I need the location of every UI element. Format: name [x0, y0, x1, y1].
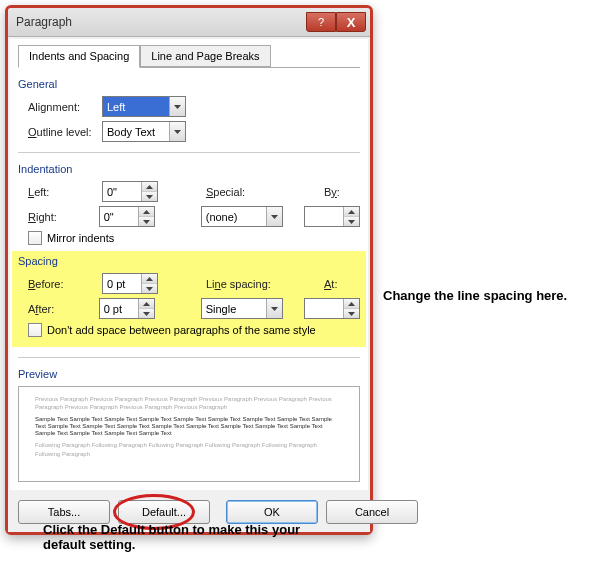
section-indentation: Indentation — [18, 163, 360, 175]
line-spacing-combo[interactable]: Single — [201, 298, 283, 319]
spin-down-icon[interactable] — [344, 217, 359, 226]
spin-up-icon[interactable] — [142, 274, 157, 284]
after-spinner[interactable]: 0 pt — [99, 298, 155, 319]
tab-indents-spacing[interactable]: Indents and Spacing — [18, 45, 140, 68]
spin-up-icon[interactable] — [142, 182, 157, 192]
chevron-down-icon[interactable] — [266, 207, 282, 226]
cancel-button[interactable]: Cancel — [326, 500, 418, 524]
titlebar: Paragraph ? X — [8, 8, 370, 37]
left-spinner[interactable]: 0" — [102, 181, 158, 202]
default-button[interactable]: Default... — [118, 500, 210, 524]
chevron-down-icon[interactable] — [169, 122, 185, 141]
chevron-down-icon[interactable] — [169, 97, 185, 116]
annotation-default: Click the Default button to make this yo… — [43, 522, 343, 552]
ok-button[interactable]: OK — [226, 500, 318, 524]
before-label: Before: — [28, 278, 98, 290]
spin-up-icon[interactable] — [139, 299, 154, 309]
section-spacing: Spacing — [18, 255, 360, 267]
spin-down-icon[interactable] — [139, 217, 154, 226]
tab-line-page-breaks[interactable]: Line and Page Breaks — [140, 45, 270, 67]
special-label: Special: — [206, 186, 276, 198]
at-label: At: — [324, 278, 337, 290]
by-spinner[interactable] — [304, 206, 360, 227]
mirror-indents-checkbox[interactable]: Mirror indents — [28, 231, 114, 245]
section-preview: Preview — [18, 368, 360, 380]
spin-up-icon[interactable] — [344, 207, 359, 217]
chevron-down-icon[interactable] — [266, 299, 282, 318]
right-label: Right: — [28, 211, 95, 223]
right-spinner[interactable]: 0" — [99, 206, 155, 227]
after-label: After: — [28, 303, 95, 315]
window-title: Paragraph — [16, 15, 306, 29]
spacing-highlight: Spacing Before: 0 pt Line spacing: At: A… — [12, 251, 366, 347]
help-button[interactable]: ? — [306, 12, 336, 32]
spin-down-icon[interactable] — [142, 284, 157, 293]
close-button[interactable]: X — [336, 12, 366, 32]
preview-box: Previous Paragraph Previous Paragraph Pr… — [18, 386, 360, 482]
left-label: Left: — [28, 186, 98, 198]
before-spinner[interactable]: 0 pt — [102, 273, 158, 294]
tabs-button[interactable]: Tabs... — [18, 500, 110, 524]
paragraph-dialog: Paragraph ? X Indents and Spacing Line a… — [5, 5, 373, 535]
spin-down-icon[interactable] — [344, 309, 359, 318]
spin-up-icon[interactable] — [344, 299, 359, 309]
special-combo[interactable]: (none) — [201, 206, 283, 227]
by-label: By: — [324, 186, 340, 198]
section-general: General — [18, 78, 360, 90]
spin-down-icon[interactable] — [139, 309, 154, 318]
annotation-line-spacing: Change the line spacing here. — [383, 288, 567, 303]
at-spinner[interactable] — [304, 298, 360, 319]
spin-down-icon[interactable] — [142, 192, 157, 201]
line-spacing-label: Line spacing: — [206, 278, 276, 290]
outline-label: Outline level: — [28, 126, 98, 138]
alignment-label: Alignment: — [28, 101, 98, 113]
dont-add-space-checkbox[interactable]: Don't add space between paragraphs of th… — [28, 323, 316, 337]
outline-combo[interactable]: Body Text — [102, 121, 186, 142]
spin-up-icon[interactable] — [139, 207, 154, 217]
alignment-combo[interactable]: Left — [102, 96, 186, 117]
